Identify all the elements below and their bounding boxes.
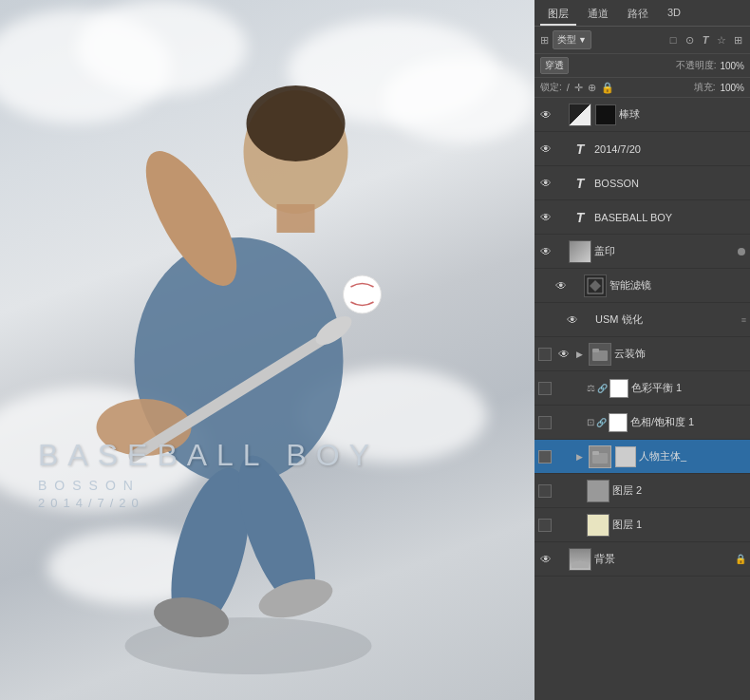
- canvas-text-overlay: BASEBALL BOY BOSSON 2014/7/20: [38, 438, 379, 510]
- option-dot-gaiyin: [738, 248, 745, 255]
- layer-checkbox-layer1[interactable]: [538, 519, 552, 532]
- layer-mask-bangqiu: [595, 104, 616, 125]
- layer-visibility-background[interactable]: 👁: [538, 552, 553, 567]
- layer-expand-yun[interactable]: ▶: [574, 347, 584, 362]
- filter-dropdown-arrow: ▼: [578, 35, 587, 45]
- eye-icon-bangqiu: 👁: [540, 108, 552, 122]
- tab-3d[interactable]: 3D: [660, 4, 688, 26]
- layer-visibility-layer2[interactable]: 👁: [556, 483, 572, 499]
- tab-channels[interactable]: 通道: [580, 4, 616, 26]
- layer-name-caifan: 色彩平衡 1: [631, 381, 746, 395]
- layer-checkbox-yunzhuangshi[interactable]: [538, 348, 552, 361]
- fill-value: 100%: [720, 83, 744, 93]
- layer-bangqiu[interactable]: 👁 棒球: [534, 98, 750, 132]
- mode-bar: 穿透 不透明度: 100%: [534, 54, 750, 78]
- layer-zhineng[interactable]: 👁 智能滤镜: [534, 269, 750, 303]
- bg-thumb-icon: [572, 551, 589, 568]
- layer-visibility-gaiyin[interactable]: 👁: [538, 244, 553, 259]
- layers-list: 👁 棒球 👁 T 2014/7/20 👁 T BOSSON: [534, 98, 750, 700]
- layer-yunzhuangshi[interactable]: 👁 ▶ 云装饰: [534, 337, 750, 371]
- person-figure: [0, 0, 534, 700]
- layer-name-sebaophe: 色相/饱和度 1: [630, 415, 746, 429]
- filter-icon-shape[interactable]: ☆: [715, 34, 728, 47]
- lock-icon-all[interactable]: ⊕: [588, 82, 596, 94]
- fill-label: 填充:: [694, 81, 716, 94]
- filter-icon-text[interactable]: T: [699, 34, 712, 47]
- filter-type-select[interactable]: 类型 ▼: [553, 30, 591, 49]
- filter-icons: □ ⊙ T ☆ ⊞: [666, 34, 744, 47]
- layer-checkbox-layer2[interactable]: [538, 484, 552, 498]
- layer-visibility-zhineng[interactable]: 👁: [553, 278, 569, 293]
- svg-point-3: [247, 85, 346, 161]
- layer-thumb-zhineng: [584, 274, 607, 297]
- lock-icon-lock[interactable]: 🔒: [601, 82, 614, 94]
- layer-visibility-sebaophe[interactable]: 👁: [556, 415, 572, 430]
- blend-mode-select[interactable]: 穿透: [540, 57, 569, 74]
- layer-thumb-yun: [589, 343, 611, 366]
- layer-name-gaiyin: 盖印: [594, 244, 746, 258]
- layer-visibility-date[interactable]: 👁: [538, 142, 553, 157]
- layer-thumb-layer1: [587, 514, 609, 537]
- layer-visibility-bosson[interactable]: 👁: [538, 176, 553, 191]
- layer-name-yun: 云装饰: [614, 347, 746, 361]
- folder-icon: [591, 346, 609, 363]
- layer-checkbox-renwu[interactable]: [538, 450, 552, 464]
- layer-thumb-bangqiu: [569, 104, 591, 126]
- filter-icon-pixel[interactable]: □: [666, 34, 680, 47]
- layer-name-date: 2014/7/20: [594, 143, 746, 155]
- svg-point-13: [344, 275, 382, 313]
- layer-visibility-bangqiu[interactable]: 👁: [538, 107, 553, 123]
- layer-layer1[interactable]: 👁 图层 1: [534, 508, 750, 542]
- layer-thumb-baseball: T: [569, 206, 591, 229]
- usm-tri: ≡: [741, 315, 746, 325]
- layer-name-background: 背景: [594, 552, 732, 566]
- layer-renwu[interactable]: 👁 ▶ 人物主体_: [534, 440, 750, 474]
- layer-adj-icons-sebaophe: ⊡ 🔗: [587, 413, 628, 432]
- layer-sebaophe[interactable]: 👁 ⊡ 🔗 色相/饱和度 1: [534, 406, 750, 440]
- tab-layers[interactable]: 图层: [540, 4, 576, 26]
- panel-tabs: 图层 通道 路径 3D: [534, 0, 750, 27]
- filter-icon-adj[interactable]: ⊙: [683, 34, 696, 47]
- layer-gaiyin[interactable]: 👁 盖印: [534, 235, 750, 269]
- tab-paths[interactable]: 路径: [620, 4, 656, 26]
- layer-visibility-layer1[interactable]: 👁: [556, 518, 572, 533]
- layer-expand-bangqiu: [556, 107, 566, 123]
- layer-background[interactable]: 👁 背景 🔒: [534, 542, 750, 577]
- filter-icon-smart[interactable]: ⊞: [731, 34, 744, 47]
- layer-usm[interactable]: 👁 USM 锐化 ≡: [534, 303, 750, 337]
- layer-visibility-baseball[interactable]: 👁: [538, 210, 553, 225]
- layers-panel: 图层 通道 路径 3D ⊞ 类型 ▼ □ ⊙ T ☆ ⊞ 穿透 不透明度: 10…: [534, 0, 750, 700]
- layer-checkbox-sebaophe[interactable]: [538, 416, 552, 429]
- layer-name-bangqiu: 棒球: [619, 107, 746, 122]
- layer-visibility-usm[interactable]: 👁: [565, 312, 580, 328]
- canvas-area: BASEBALL BOY BOSSON 2014/7/20: [0, 0, 534, 700]
- layer-visibility-yun[interactable]: 👁: [556, 347, 572, 362]
- canvas-date: 2014/7/20: [38, 496, 379, 510]
- folder-renwu-icon: [591, 448, 609, 465]
- layer-checkbox-caifan[interactable]: [538, 382, 552, 395]
- svg-rect-16: [592, 349, 599, 352]
- opacity-label: 不透明度:: [676, 59, 717, 72]
- filter-type-label: 类型: [557, 33, 576, 47]
- layer-thumb-bosson: T: [569, 172, 591, 195]
- adj-icon-caifan: ⚖: [587, 383, 595, 393]
- layer-thumb-gaiyin: [569, 240, 591, 263]
- layer-date[interactable]: 👁 T 2014/7/20: [534, 132, 750, 166]
- layer-layer2[interactable]: 👁 图层 2: [534, 474, 750, 508]
- opacity-value: 100%: [720, 61, 744, 71]
- lock-bar: 锁定: / ✛ ⊕ 🔒 填充: 100%: [534, 78, 750, 98]
- layer-thumb-caifan: [609, 379, 628, 398]
- layer-bosson[interactable]: 👁 T BOSSON: [534, 166, 750, 200]
- layer-baseball-boy[interactable]: 👁 T BASEBALL BOY: [534, 200, 750, 235]
- lock-icon-slash[interactable]: /: [567, 82, 570, 93]
- layer-expand-renwu[interactable]: ▶: [574, 449, 584, 464]
- layer-thumb-layer2: [587, 480, 609, 502]
- layer-visibility-caifan[interactable]: 👁: [556, 381, 572, 396]
- canvas-title: BASEBALL BOY: [38, 438, 379, 473]
- layer-caifan[interactable]: 👁 ⚖ 🔗 色彩平衡 1: [534, 371, 750, 406]
- layer-name-layer1: 图层 1: [612, 518, 746, 532]
- layer-visibility-renwu[interactable]: 👁: [556, 449, 572, 464]
- layer-thumb-renwu: [589, 445, 611, 468]
- layer-name-bosson: BOSSON: [594, 178, 746, 189]
- lock-icon-move[interactable]: ✛: [574, 82, 583, 94]
